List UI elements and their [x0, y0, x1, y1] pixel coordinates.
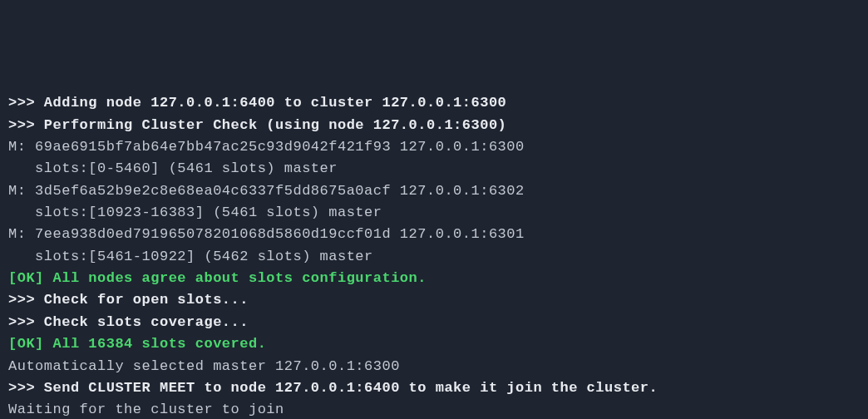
terminal-line: >>> Check slots coverage... — [8, 312, 860, 333]
terminal-line: >>> Adding node 127.0.0.1:6400 to cluste… — [8, 92, 860, 114]
terminal-line: M: 69ae6915bf7ab64e7bb47ac25c93d9042f421… — [8, 136, 860, 158]
terminal-output: >>> Adding node 127.0.0.1:6400 to cluste… — [8, 92, 860, 419]
terminal-line: >>> Check for open slots... — [8, 289, 860, 311]
terminal-line: >>> Send CLUSTER MEET to node 127.0.0.1:… — [8, 377, 860, 399]
terminal-line: Automatically selected master 127.0.0.1:… — [8, 356, 860, 377]
terminal-line: slots:[10923-16383] (5461 slots) master — [8, 202, 860, 224]
terminal-line: slots:[5461-10922] (5462 slots) master — [8, 246, 860, 268]
terminal-line: Waiting for the cluster to join — [8, 399, 860, 419]
terminal-line: slots:[0-5460] (5461 slots) master — [8, 158, 860, 180]
terminal-line: [OK] All 16384 slots covered. — [8, 333, 860, 355]
terminal-line: M: 7eea938d0ed791965078201068d5860d19ccf… — [8, 224, 860, 245]
terminal-line: >>> Performing Cluster Check (using node… — [8, 115, 860, 136]
terminal-line: M: 3d5ef6a52b9e2c8e68ea04c6337f5dd8675a0… — [8, 180, 860, 202]
terminal-line: [OK] All nodes agree about slots configu… — [8, 268, 860, 289]
